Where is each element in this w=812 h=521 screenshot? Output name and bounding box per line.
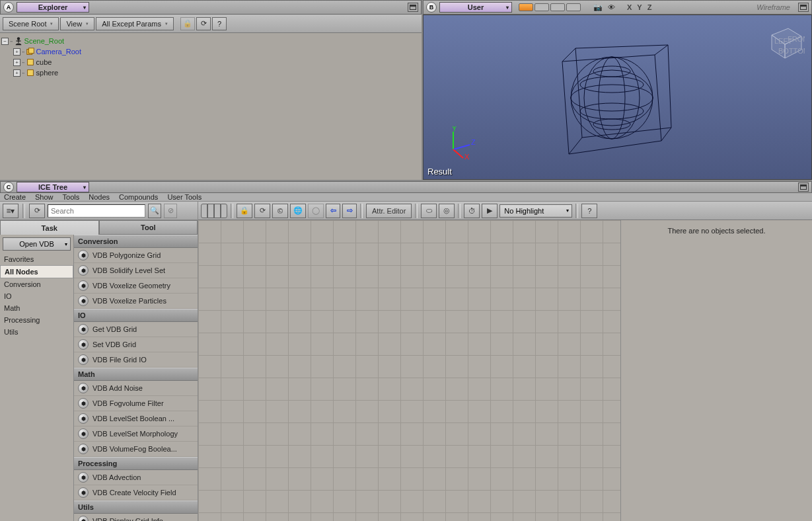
nav-cube[interactable]: LEFT FRONT BOTTOM [765, 22, 805, 61]
grip-handle[interactable] [214, 204, 221, 218]
group-header-conversion[interactable]: Conversion [74, 235, 198, 248]
maximize-icon[interactable] [798, 3, 809, 12]
category-favorites[interactable]: Favorites [0, 253, 73, 265]
viewport-3d[interactable]: Y Z X LEFT FRONT BOTTOM Result [423, 15, 812, 180]
search-input[interactable] [48, 204, 145, 218]
search-button[interactable]: 🔍 [148, 204, 161, 218]
maximize-icon[interactable] [798, 182, 809, 192]
clear-search-button[interactable]: ⊘ [164, 204, 177, 218]
shading-mode-combo[interactable]: Wireframe [757, 3, 790, 11]
memo-cam-2[interactable] [535, 3, 549, 11]
node-item[interactable]: ⬢VDB Create Velocity Field [74, 485, 198, 501]
axis-z-button[interactable]: Z [646, 3, 653, 11]
node-item[interactable]: ⬢Get VDB Grid [74, 322, 198, 337]
node-item[interactable]: ⬢VDB LevelSet Morphology [74, 426, 198, 442]
category-all-nodes[interactable]: All Nodes [0, 265, 73, 278]
group-header-utils[interactable]: Utils [74, 501, 198, 514]
globe-button[interactable]: 🌐 [290, 204, 306, 218]
memo-cam-3[interactable] [550, 3, 565, 11]
tab-task[interactable]: Task [0, 220, 99, 235]
node-item[interactable]: ⬢Set VDB Grid [74, 337, 198, 352]
svg-text:FRONT: FRONT [788, 35, 805, 43]
memo-cam-4[interactable] [566, 3, 581, 11]
group-header-math[interactable]: Math [74, 368, 198, 381]
grip-handle[interactable] [221, 204, 227, 218]
scene-root-menu[interactable]: Scene Root [3, 17, 59, 30]
help-button[interactable]: ? [581, 204, 597, 218]
node-item[interactable]: ⬢VDB Solidify Level Set [74, 263, 198, 278]
attr-editor-button[interactable]: Attr. Editor [366, 204, 412, 218]
node-item[interactable]: ⬢VDB File Grid IO [74, 352, 198, 368]
node-item[interactable]: ⬢VDB Advection [74, 470, 198, 485]
category-math[interactable]: Math [0, 302, 73, 314]
group-header-io[interactable]: IO [74, 309, 198, 322]
lock-button[interactable]: 🔒 [180, 17, 195, 30]
category-conversion[interactable]: Conversion [0, 278, 73, 290]
panel-c-badge: C [3, 182, 14, 192]
node-item[interactable]: ⬢VDB Voxelize Geometry [74, 278, 198, 294]
node-item[interactable]: ⬢VDB VolumeFog Boolea... [74, 442, 198, 457]
menu-create[interactable]: Create [4, 193, 26, 201]
maximize-icon[interactable] [408, 3, 418, 12]
refresh-button[interactable]: ⟳ [29, 204, 45, 218]
category-io[interactable]: IO [0, 290, 73, 302]
filter-menu[interactable]: All Except Params [96, 17, 174, 30]
memo-cam-1[interactable] [519, 3, 533, 11]
menu-tools[interactable]: Tools [63, 193, 80, 201]
node-item[interactable]: ⬢VDB Fogvolume Filter [74, 396, 198, 411]
group-header-processing[interactable]: Processing [74, 457, 198, 470]
refresh-button[interactable]: ⟳ [196, 17, 211, 30]
help-button[interactable]: ? [212, 17, 227, 30]
nav-back-button[interactable]: ⇦ [326, 204, 340, 218]
category-processing[interactable]: Processing [0, 314, 73, 326]
tree-root[interactable]: − ·· Scene_Root [1, 36, 420, 46]
grip-handle[interactable] [201, 204, 207, 218]
list-menu-button[interactable]: ≡▾ [3, 204, 18, 218]
expand-icon[interactable]: + [13, 69, 20, 77]
menu-nodes[interactable]: Nodes [89, 193, 110, 201]
lock-button[interactable]: 🔒 [237, 204, 252, 218]
menu-usertools[interactable]: User Tools [167, 193, 202, 201]
highlight-combo[interactable]: No Highlight [499, 204, 572, 218]
expand-icon[interactable]: + [13, 48, 20, 56]
node-label: VDB Add Noise [92, 384, 143, 392]
refresh-icon: ⟳ [260, 206, 266, 215]
view-menu[interactable]: View [60, 17, 94, 30]
timer-button[interactable]: ⏱ [464, 204, 480, 218]
expand-icon[interactable]: + [13, 59, 20, 66]
eye-icon[interactable]: 👁 [606, 3, 616, 12]
tab-tool[interactable]: Tool [99, 220, 198, 235]
camera-icon[interactable]: 📷 [593, 3, 603, 12]
collapse-icon[interactable]: − [1, 38, 9, 45]
target-button[interactable]: ◎ [439, 204, 455, 218]
node-icon: ⬢ [78, 383, 89, 393]
viewport-camera-combo[interactable]: User [439, 2, 512, 13]
grip-handle[interactable] [207, 204, 214, 218]
node-item[interactable]: ⬢VDB LevelSet Boolean ... [74, 411, 198, 426]
node-item[interactable]: ⬢VDB Display Grid Info [74, 514, 198, 521]
node-label: Set VDB Grid [92, 341, 136, 348]
node-item[interactable]: ⬢VDB Voxelize Particles [74, 294, 198, 309]
refresh-button[interactable]: ⟳ [254, 204, 270, 218]
tree-item-camera[interactable]: + ·· Camera_Root [1, 46, 420, 57]
menu-compounds[interactable]: Compounds [119, 193, 158, 201]
ice-view-combo[interactable]: ICE Tree [17, 182, 89, 192]
node-item[interactable]: ⬢VDB Add Noise [74, 381, 198, 396]
lasso-button[interactable]: ⬭ [421, 204, 437, 218]
category-utils[interactable]: Utils [0, 326, 73, 338]
nav-forward-button[interactable]: ⇨ [342, 204, 357, 218]
c-icon: © [277, 207, 283, 215]
preset-combo[interactable]: Open VDB [3, 237, 71, 251]
explorer-view-combo[interactable]: Explorer [17, 2, 89, 13]
play-button[interactable]: ▶ [482, 204, 498, 218]
menu-show[interactable]: Show [35, 193, 54, 201]
ice-graph-canvas[interactable] [198, 220, 620, 521]
tree-item-sphere[interactable]: + ·· sphere [1, 67, 420, 78]
model-icon [26, 47, 35, 56]
node-item[interactable]: ⬢VDB Polygonize Grid [74, 248, 198, 263]
cancel-icon: ⊘ [168, 206, 174, 215]
axis-x-button[interactable]: X [626, 3, 633, 11]
axis-y-button[interactable]: Y [636, 3, 643, 11]
copyright-button[interactable]: © [272, 204, 288, 218]
tree-item-cube[interactable]: + ·· cube [1, 57, 420, 67]
